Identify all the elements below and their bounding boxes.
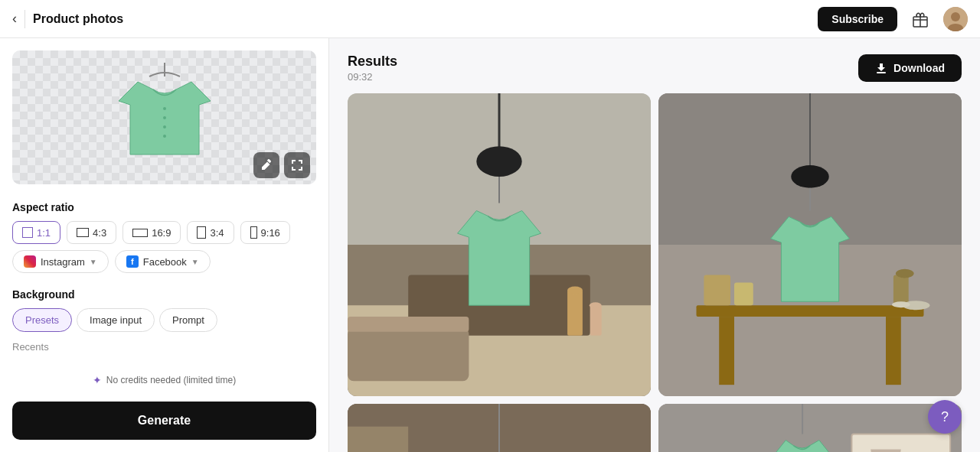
tab-image-input[interactable]: Image input	[77, 308, 155, 332]
tab-prompt[interactable]: Prompt	[159, 308, 217, 332]
ratio-16-9[interactable]: 16:9	[122, 221, 181, 244]
svg-rect-32	[704, 275, 730, 306]
page-title: Product photos	[33, 12, 123, 26]
edit-image-button[interactable]	[253, 152, 279, 178]
gift-icon[interactable]	[906, 5, 934, 33]
topbar: ‹ Product photos Subscribe	[0, 0, 980, 38]
svg-rect-28	[886, 317, 901, 385]
svg-rect-27	[719, 317, 734, 385]
svg-point-21	[567, 286, 583, 294]
credits-note: ✦ No credits needed (limited time)	[0, 368, 328, 392]
results-grid	[348, 93, 962, 452]
ratio-icon-4-3	[77, 228, 89, 237]
generate-button[interactable]: Generate	[12, 402, 316, 440]
aspect-ratio-title: Aspect ratio	[12, 201, 316, 213]
shirt-preview	[103, 63, 226, 173]
topbar-right: Subscribe	[818, 5, 968, 33]
help-button[interactable]: ?	[928, 400, 962, 434]
aspect-ratio-section: Aspect ratio 1:1 4:3 16:9 3:4	[0, 193, 328, 281]
results-header: Results 09:32 Download	[348, 54, 962, 83]
tab-presets[interactable]: Presets	[12, 308, 72, 332]
right-panel: Results 09:32 Download	[329, 38, 980, 452]
svg-point-35	[896, 269, 914, 278]
svg-rect-40	[348, 427, 408, 452]
ratio-4-3[interactable]: 4:3	[67, 221, 116, 244]
ratio-9-16[interactable]: 9:16	[240, 221, 290, 244]
svg-rect-56	[851, 434, 950, 452]
results-title: Results	[348, 54, 397, 70]
result-image-1[interactable]	[348, 93, 651, 396]
left-panel: Aspect ratio 1:1 4:3 16:9 3:4	[0, 38, 329, 452]
result-image-3[interactable]	[348, 404, 651, 452]
back-button[interactable]: ‹	[12, 11, 17, 27]
facebook-preset-button[interactable]: f Facebook ▼	[115, 250, 211, 273]
svg-rect-19	[567, 290, 583, 335]
svg-point-8	[163, 135, 166, 138]
instagram-icon	[24, 255, 36, 268]
svg-point-37	[892, 301, 910, 307]
ratio-1-1[interactable]: 1:1	[12, 221, 60, 244]
results-time: 09:32	[348, 71, 397, 83]
svg-point-22	[590, 302, 602, 308]
topbar-left: ‹ Product photos	[12, 10, 818, 28]
svg-point-7	[163, 125, 166, 128]
download-button[interactable]: Download	[858, 54, 962, 82]
svg-rect-20	[590, 305, 602, 336]
svg-point-6	[163, 116, 166, 119]
help-icon: ?	[941, 409, 949, 425]
svg-point-30	[791, 165, 829, 188]
ratio-3-4[interactable]: 3:4	[187, 221, 234, 244]
result-image-2[interactable]	[658, 93, 962, 396]
ratio-icon-9-16	[250, 226, 257, 239]
subscribe-button[interactable]: Subscribe	[818, 7, 897, 31]
background-tabs: Presets Image input Prompt	[12, 308, 316, 332]
preview-actions	[253, 152, 310, 178]
result-image-4[interactable]	[658, 404, 962, 452]
svg-rect-9	[877, 72, 886, 73]
topbar-divider	[24, 10, 25, 28]
svg-rect-26	[697, 305, 924, 317]
svg-point-2	[951, 12, 960, 21]
ratio-options: 1:1 4:3 16:9 3:4 9:16	[12, 221, 316, 244]
chevron-down-icon-fb: ▼	[191, 258, 199, 266]
image-preview	[12, 50, 316, 184]
ratio-icon-16-9	[132, 229, 148, 237]
download-icon	[875, 62, 887, 74]
results-info: Results 09:32	[348, 54, 397, 83]
star-icon: ✦	[93, 374, 102, 386]
svg-rect-33	[734, 283, 753, 306]
avatar[interactable]	[943, 7, 968, 31]
svg-point-5	[163, 107, 166, 110]
ratio-icon-3-4	[197, 226, 206, 239]
ratio-icon-1-1	[22, 227, 33, 238]
svg-rect-34	[893, 275, 909, 306]
instagram-preset-button[interactable]: Instagram ▼	[12, 250, 109, 273]
chevron-down-icon: ▼	[90, 258, 97, 266]
svg-point-15	[476, 146, 521, 177]
background-title: Background	[12, 288, 316, 301]
svg-rect-18	[348, 317, 469, 332]
background-section: Background Presets Image input Prompt Re…	[0, 281, 328, 360]
social-presets: Instagram ▼ f Facebook ▼	[12, 250, 316, 273]
generate-button-wrap: Generate	[0, 392, 328, 452]
recents-label: Recents	[12, 341, 316, 353]
main-layout: Aspect ratio 1:1 4:3 16:9 3:4	[0, 38, 980, 452]
expand-image-button[interactable]	[284, 152, 310, 178]
facebook-icon: f	[126, 255, 139, 268]
svg-rect-17	[348, 328, 469, 381]
